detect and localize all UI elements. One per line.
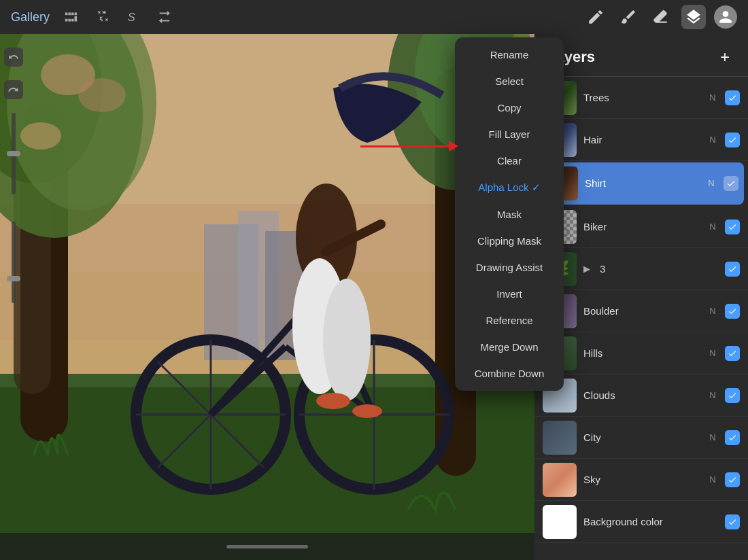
layer-name-city: City [583,432,700,443]
layer-thumb-sky [543,463,577,497]
layers-tool-icon[interactable] [681,5,706,29]
layer-mode-city[interactable]: N [707,432,718,442]
menu-item-combine-down[interactable]: Combine Down [455,360,564,387]
adjustments-icon[interactable] [61,7,81,27]
layer-item-group3[interactable]: 🌿▶3 [534,248,748,290]
layers-header: Layers + [534,34,748,77]
menu-item-reference[interactable]: Reference [455,307,564,334]
layer-thumb-bgcolor [543,505,577,539]
menu-item-merge-down[interactable]: Merge Down [455,334,564,360]
layer-item-biker[interactable]: BikerN [534,206,748,248]
layer-mode-boulder[interactable]: N [707,306,718,316]
menu-item-fill-layer[interactable]: Fill Layer [455,121,564,147]
layer-name-hair: Hair [583,134,700,145]
layer-visibility-trees[interactable] [725,90,740,105]
transform-icon[interactable] [154,7,175,27]
layer-name-shirt: Shirt [585,177,699,189]
layer-visibility-biker[interactable] [725,220,740,234]
layer-mode-trees[interactable]: N [707,92,718,103]
layer-mode-hair[interactable]: N [707,135,718,145]
toolbar: Gallery S [0,0,748,34]
layers-panel: Layers + TreesNHairNShirtNBikerN🌿▶3Bould… [534,34,748,560]
layer-visibility-boulder[interactable] [725,304,740,319]
layer-item-hills[interactable]: HillsN [534,332,748,374]
add-layer-button[interactable]: + [714,46,736,68]
group-expand-icon-group3[interactable]: ▶ [583,264,590,274]
layer-item-sky[interactable]: SkyN [534,459,748,501]
menu-item-mask[interactable]: Mask [455,201,564,228]
layer-visibility-city[interactable] [725,430,740,445]
menu-item-clear[interactable]: Clear [455,147,564,174]
opacity-slider-handle[interactable] [7,151,20,156]
undo-button[interactable] [4,48,23,67]
liquefy-icon[interactable]: S [123,7,143,27]
toolbar-left: Gallery S [11,7,583,27]
menu-item-clipping-mask[interactable]: Clipping Mask [455,228,564,254]
menu-item-invert[interactable]: Invert [455,281,564,307]
layer-visibility-shirt[interactable] [724,176,738,191]
layer-visibility-clouds[interactable] [725,388,740,403]
layer-name-biker: Biker [583,221,700,232]
opacity-slider[interactable] [12,113,16,194]
svg-point-35 [323,279,371,401]
svg-point-17 [78,78,126,112]
brush-tool-icon[interactable] [616,5,641,29]
svg-point-36 [316,393,350,409]
layer-name-sky: Sky [583,474,700,485]
layer-item-shirt[interactable]: ShirtN [539,162,744,205]
left-tools-panel [0,34,27,560]
layer-visibility-group3[interactable] [725,262,740,277]
layer-visibility-bgcolor[interactable] [725,514,740,529]
red-arrow-indicator [360,141,458,152]
svg-point-37 [352,404,382,418]
size-slider[interactable] [12,222,16,303]
layer-item-city[interactable]: CityN [534,417,748,459]
svg-text:S: S [128,11,135,23]
menu-item-select[interactable]: Select [455,68,564,94]
layer-item-boulder[interactable]: BoulderN [534,290,748,332]
layer-item-hair[interactable]: HairN [534,119,748,161]
arrow-head [449,141,458,152]
layer-name-bgcolor: Background color [583,516,718,527]
layer-thumb-city [543,421,577,455]
layer-name-hills: Hills [583,347,700,359]
layer-visibility-hills[interactable] [725,346,740,361]
menu-item-rename[interactable]: Rename [455,41,564,68]
pencil-tool-icon[interactable] [583,5,608,29]
layers-list: TreesNHairNShirtNBikerN🌿▶3BoulderNHillsN… [534,77,748,560]
layer-item-trees[interactable]: TreesN [534,77,748,119]
layer-mode-sky[interactable]: N [707,474,718,485]
layer-mode-shirt[interactable]: N [706,178,717,188]
menu-item-drawing-assist[interactable]: Drawing Assist [455,254,564,281]
layer-name-boulder: Boulder [583,305,700,317]
size-slider-handle[interactable] [7,276,20,281]
layer-visibility-sky[interactable] [725,472,740,487]
user-avatar[interactable] [714,5,737,29]
toolbar-right [583,5,737,29]
eraser-tool-icon[interactable] [649,5,673,29]
layer-mode-hills[interactable]: N [707,348,718,358]
layer-mode-biker[interactable]: N [707,222,718,232]
bottom-bar [0,533,534,560]
layer-visibility-hair[interactable] [725,133,740,147]
redo-button[interactable] [4,80,23,99]
menu-item-copy[interactable]: Copy [455,94,564,121]
arrow-line [360,145,449,147]
magic-wand-icon[interactable] [92,7,112,27]
gallery-button[interactable]: Gallery [11,10,50,24]
layer-name-trees: Trees [583,92,700,103]
layer-item-clouds[interactable]: CloudsN [534,374,748,417]
layer-name-clouds: Clouds [583,389,700,401]
layer-name-group3: 3 [600,263,718,275]
context-menu: RenameSelectCopyFill LayerClearAlpha Loc… [455,37,564,391]
layer-item-bgcolor[interactable]: Background color [534,501,748,543]
menu-item-alpha-lock[interactable]: Alpha Lock ✓ [455,174,564,201]
layer-mode-clouds[interactable]: N [707,390,718,400]
home-indicator [226,545,308,548]
